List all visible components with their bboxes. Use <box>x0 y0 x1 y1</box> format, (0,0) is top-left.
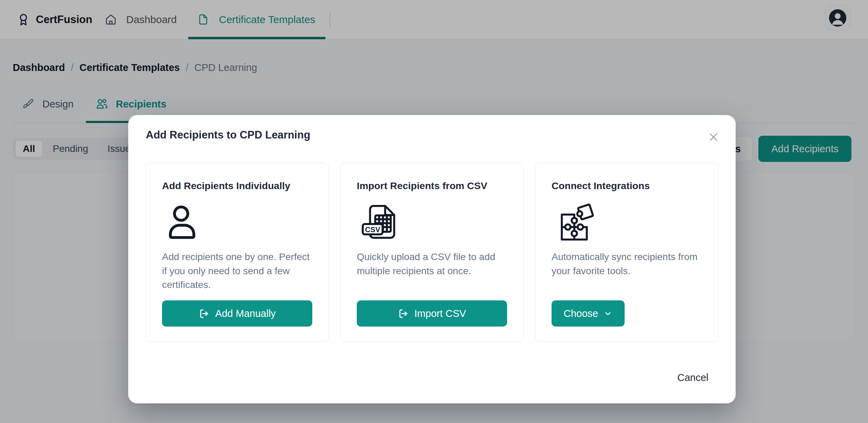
person-icon <box>164 200 312 243</box>
card-title: Import Recipients from CSV <box>357 179 507 192</box>
close-icon <box>708 131 721 143</box>
card-import-csv: Import Recipients from CSV CSV Quickly u… <box>340 163 524 342</box>
modal-title: Add Recipients to CPD Learning <box>146 129 310 141</box>
choose-integration-button[interactable]: Choose <box>552 300 625 327</box>
card-add-individually: Add Recipients Individually Add recipien… <box>145 163 329 342</box>
log-out-arrow-icon <box>398 308 409 319</box>
button-label: Choose <box>564 308 598 319</box>
add-recipients-modal: Add Recipients to CPD Learning Add Recip… <box>128 115 736 403</box>
cancel-button[interactable]: Cancel <box>677 372 708 383</box>
card-description: Automatically sync recipients from your … <box>552 250 702 278</box>
card-description: Add recipients one by one. Perfect if yo… <box>162 250 312 292</box>
csv-file-icon: CSV <box>359 200 507 243</box>
button-label: Add Manually <box>215 308 276 319</box>
card-description: Quickly upload a CSV file to add multipl… <box>357 250 507 278</box>
import-csv-button[interactable]: Import CSV <box>357 300 507 327</box>
add-manually-button[interactable]: Add Manually <box>162 300 312 327</box>
log-out-arrow-icon <box>199 308 210 319</box>
chevron-down-icon <box>603 309 613 318</box>
card-title: Connect Integrations <box>552 179 702 192</box>
puzzle-icon <box>554 200 702 243</box>
modal-cards: Add Recipients Individually Add recipien… <box>145 163 718 342</box>
app-screen: CertFusion Dashboard Certificate Templat… <box>0 0 868 423</box>
card-title: Add Recipients Individually <box>162 179 312 192</box>
card-connect-integrations: Connect Integrations <box>535 163 718 342</box>
button-label: Import CSV <box>414 308 466 319</box>
close-button[interactable] <box>708 131 721 144</box>
csv-icon-label: CSV <box>365 226 381 234</box>
